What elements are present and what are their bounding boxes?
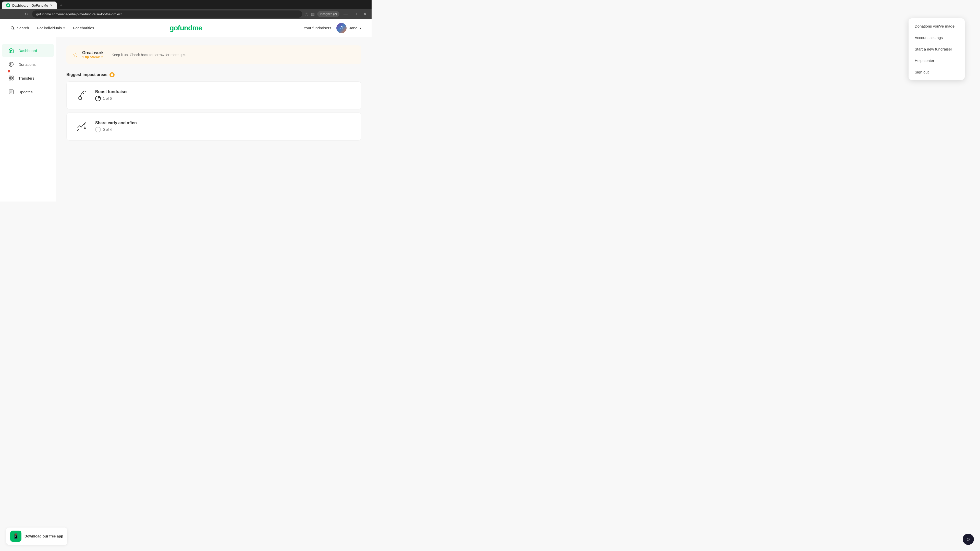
updates-icon <box>8 89 14 95</box>
sidebar-toggle-btn[interactable]: ▤ <box>311 12 315 17</box>
for-charities-link[interactable]: For charities <box>73 26 94 30</box>
tip-title: Great work <box>82 51 103 55</box>
app-wrapper: Search For individuals ▾ For charities g… <box>0 19 372 202</box>
sidebar: Dashboard Donations <box>0 37 56 202</box>
user-menu-chevron-icon: ‹ <box>360 26 361 30</box>
tab-close-btn[interactable]: ✕ <box>50 3 52 7</box>
bookmark-btn[interactable]: ☆ <box>305 12 308 17</box>
svg-line-1 <box>13 29 14 30</box>
tab-favicon: G <box>6 3 10 7</box>
impact-section-title: Biggest impact areas <box>66 73 107 77</box>
donations-icon <box>8 61 14 67</box>
boost-fundraiser-icon <box>74 88 89 103</box>
sidebar-item-updates-label: Updates <box>18 90 33 94</box>
search-label: Search <box>17 26 29 30</box>
for-individuals-link[interactable]: For individuals ▾ <box>37 26 65 30</box>
for-charities-label: For charities <box>73 26 94 30</box>
tip-banner: ☆ Great work 1 tip streak ✦ Keep it up. … <box>66 45 361 64</box>
top-nav: Search For individuals ▾ For charities g… <box>0 19 372 37</box>
active-tab[interactable]: G Dashboard - GoFundMe ✕ <box>2 2 57 9</box>
new-tab-btn[interactable]: + <box>57 2 65 9</box>
user-menu-trigger[interactable]: J Jane ‹ <box>336 23 361 33</box>
logo-center[interactable]: gofundme <box>169 24 202 32</box>
svg-rect-5 <box>12 76 13 78</box>
sidebar-item-transfers[interactable]: Transfers <box>2 71 54 85</box>
content-area: ☆ Great work 1 tip streak ✦ Keep it up. … <box>56 37 372 202</box>
user-avatar: J <box>336 23 347 33</box>
nav-left: Search For individuals ▾ For charities <box>10 26 94 30</box>
share-info: Share early and often 0 of 4 <box>95 121 137 132</box>
close-btn[interactable]: ✕ <box>361 11 369 17</box>
svg-rect-4 <box>9 79 11 80</box>
minimize-btn[interactable]: — <box>342 11 349 17</box>
tip-info: Great work 1 tip streak ✦ <box>82 51 103 59</box>
nav-right: Your fundraisers J Jane ‹ <box>304 23 361 33</box>
forward-btn[interactable]: → <box>13 11 20 17</box>
maximize-btn[interactable]: □ <box>352 11 359 17</box>
boost-progress-text: 1 of 5 <box>103 97 112 100</box>
impact-card-share[interactable]: Share early and often 0 of 4 <box>66 113 361 141</box>
sidebar-item-transfers-label: Transfers <box>18 76 35 80</box>
reload-btn[interactable]: ↻ <box>22 11 30 17</box>
impact-badge <box>110 72 115 77</box>
address-input[interactable] <box>32 11 302 17</box>
boost-info: Boost fundraiser 1 of 5 <box>95 89 128 101</box>
tab-title: Dashboard - GoFundMe <box>12 3 48 7</box>
tab-bar: G Dashboard - GoFundMe ✕ + <box>0 0 372 9</box>
main-layout: Dashboard Donations <box>0 37 372 202</box>
boost-progress-circle <box>95 96 101 101</box>
svg-rect-3 <box>9 76 11 78</box>
back-btn[interactable]: ← <box>3 11 10 17</box>
impact-card-boost[interactable]: Boost fundraiser 1 of 5 <box>66 81 361 110</box>
boost-title: Boost fundraiser <box>95 89 128 94</box>
chevron-down-icon: ▾ <box>63 26 65 30</box>
incognito-badge[interactable]: Incognito (2) <box>317 11 339 17</box>
logo-text: gofundme <box>169 24 202 32</box>
your-fundraisers-link[interactable]: Your fundraisers <box>304 26 331 30</box>
sidebar-item-dashboard-label: Dashboard <box>18 48 37 53</box>
svg-point-0 <box>11 27 14 29</box>
svg-rect-6 <box>12 79 13 80</box>
dashboard-icon <box>8 48 14 54</box>
share-progress-circle <box>95 127 101 132</box>
sidebar-item-updates[interactable]: Updates <box>2 85 54 98</box>
search-trigger[interactable]: Search <box>10 26 29 30</box>
impact-section-header: Biggest impact areas <box>66 72 361 77</box>
share-early-icon <box>74 119 89 134</box>
sidebar-item-dashboard[interactable]: Dashboard <box>2 44 54 57</box>
share-progress-text: 0 of 4 <box>103 127 112 132</box>
sidebar-item-donations[interactable]: Donations <box>2 58 54 71</box>
tip-streak: 1 tip streak ✦ <box>82 55 103 59</box>
for-individuals-label: For individuals <box>37 26 62 30</box>
share-progress: 0 of 4 <box>95 127 137 132</box>
sidebar-item-donations-label: Donations <box>18 62 36 67</box>
address-bar: ← → ↻ ☆ ▤ Incognito (2) — □ ✕ <box>0 9 372 19</box>
boost-progress: 1 of 5 <box>95 96 128 101</box>
svg-point-8 <box>111 73 113 76</box>
share-title: Share early and often <box>95 121 137 125</box>
user-name: Jane <box>349 26 358 30</box>
transfers-notification-dot <box>8 70 10 73</box>
search-icon <box>10 26 15 30</box>
tip-star-icon: ☆ <box>73 51 78 59</box>
transfers-icon <box>8 75 14 81</box>
tip-message: Keep it up. Check back tomorrow for more… <box>112 53 186 57</box>
